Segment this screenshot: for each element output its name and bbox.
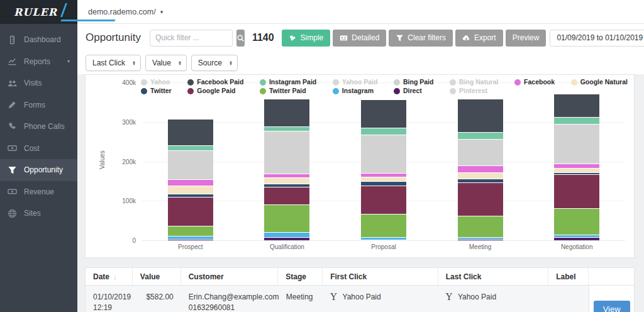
segment-google-paid[interactable] (361, 186, 406, 214)
detailed-button[interactable]: Detailed (333, 30, 386, 47)
bar-prospect[interactable] (168, 119, 213, 240)
bar-proposal[interactable] (361, 99, 406, 240)
legend-item-facebook-paid[interactable]: Facebook Paid (187, 78, 243, 86)
legend-item-bing-natural[interactable]: Bing Natural (450, 78, 498, 86)
sidebar-item-cost[interactable]: Cost (0, 138, 77, 160)
segment-instagram-paid[interactable] (361, 128, 406, 135)
segment-google-paid[interactable] (458, 182, 503, 216)
segment-twitter-paid[interactable] (554, 208, 599, 235)
sidebar-item-dashboard[interactable]: Dashboard (0, 29, 77, 51)
search-button[interactable] (236, 30, 245, 47)
segment-direct[interactable] (264, 237, 309, 240)
segment-twitter-paid[interactable] (458, 216, 503, 238)
sidebar-item-reports[interactable]: Reports▾ (0, 51, 77, 73)
legend-item-twitter-paid[interactable]: Twitter Paid (260, 87, 316, 95)
segment-google-natural[interactable] (168, 186, 213, 194)
sidebar-item-label: Revenue (24, 187, 54, 196)
column-header-stage[interactable]: Stage (278, 268, 323, 285)
segment-google-paid[interactable] (554, 174, 599, 208)
segment-twitter-paid[interactable] (168, 226, 213, 236)
segment-google-natural[interactable] (264, 177, 309, 183)
segment-bing-paid[interactable] (361, 135, 406, 173)
segment-facebook-paid[interactable] (554, 94, 599, 118)
legend-dot (394, 88, 400, 94)
legend-item-direct[interactable]: Direct (394, 87, 433, 95)
segment-direct[interactable] (361, 240, 406, 240)
simple-button[interactable]: Simple (282, 30, 331, 47)
bar-negotiation[interactable] (554, 94, 599, 240)
segment-facebook[interactable] (554, 164, 599, 169)
segment-twitter-paid[interactable] (264, 204, 309, 232)
column-header-first-click[interactable]: First Click (323, 268, 438, 285)
segment-direct[interactable] (458, 239, 503, 240)
filter-select-value[interactable]: Value▲▼ (145, 55, 187, 71)
app-logo[interactable]: RULER (0, 0, 77, 24)
clear-filters-button[interactable]: Clear filters (389, 30, 453, 47)
bar-qualification[interactable] (264, 99, 309, 240)
sidebar-item-revenue[interactable]: Revenue (0, 181, 77, 203)
column-header-last-click[interactable]: Last Click (438, 268, 549, 285)
legend-item-facebook[interactable]: Facebook (514, 78, 555, 86)
domain-selector[interactable]: demo.rademo.com/ ▾ (88, 0, 163, 24)
legend-item-yahoo[interactable]: Yahoo (141, 78, 172, 86)
segment-google-paid[interactable] (168, 197, 213, 226)
column-header-date[interactable]: Date↓ (86, 268, 133, 285)
column-header-value[interactable]: Value (133, 268, 181, 285)
export-button[interactable]: Export (455, 30, 503, 47)
segment-twitter-paid[interactable] (361, 214, 406, 237)
legend-item-twitter[interactable]: Twitter (141, 87, 172, 95)
quick-filter-input[interactable] (150, 30, 233, 47)
segment-facebook-paid[interactable] (458, 99, 503, 132)
legend-item-instagram-paid[interactable]: Instagram Paid (260, 78, 316, 86)
segment-facebook[interactable] (168, 179, 213, 186)
legend-item-instagram[interactable]: Instagram (333, 87, 378, 95)
segment-google-natural[interactable] (361, 177, 406, 181)
segment-facebook-paid[interactable] (264, 99, 309, 126)
sidebar-item-sites[interactable]: Sites (0, 203, 77, 225)
yahoo-icon: Y (446, 292, 452, 303)
sidebar-item-visits[interactable]: Visits (0, 72, 77, 94)
segment-google-natural[interactable] (458, 172, 503, 179)
bars-container (142, 82, 625, 240)
segment-facebook-paid[interactable] (168, 119, 213, 146)
column-header-label[interactable]: Label (548, 268, 589, 285)
segment-instagram-paid[interactable] (554, 117, 599, 124)
bar-meeting[interactable] (458, 99, 503, 240)
legend-item-google-paid[interactable]: Google Paid (187, 87, 243, 95)
segment-bing-paid[interactable] (168, 150, 213, 179)
sidebar-item-opportunity[interactable]: Opportunity (0, 159, 77, 181)
legend-item-pinterest[interactable]: Pinterest (450, 87, 498, 95)
legend-item-yahoo-paid[interactable]: Yahoo Paid (333, 78, 378, 86)
segment-instagram-paid[interactable] (458, 132, 503, 139)
segment-instagram-paid[interactable] (168, 145, 213, 150)
sidebar-item-forms[interactable]: Forms (0, 94, 77, 116)
globe-icon (8, 209, 17, 218)
view-button[interactable]: View (594, 301, 630, 312)
filter-select-last-click[interactable]: Last Click▲▼ (86, 55, 141, 71)
segment-instagram-paid[interactable] (264, 126, 309, 131)
preview-button[interactable]: Preview (506, 30, 547, 47)
column-header-customer[interactable]: Customer (181, 268, 279, 285)
segment-instagram[interactable] (264, 232, 309, 237)
sidebar-item-label: Sites (24, 209, 41, 218)
segment-google-paid[interactable] (264, 187, 309, 204)
segment-bing-paid[interactable] (554, 124, 599, 164)
segment-twitter[interactable] (361, 181, 406, 186)
legend-item-bing-paid[interactable]: Bing Paid (394, 78, 433, 86)
segment-direct[interactable] (554, 237, 599, 240)
sidebar-item-label: Visits (24, 79, 42, 87)
segment-google-natural[interactable] (554, 168, 599, 172)
date-range-picker[interactable]: 01/09/2019 to 01/10/2019 ▾ (550, 30, 644, 47)
segment-bing-paid[interactable] (264, 131, 309, 174)
legend-dot (187, 88, 194, 94)
sidebar-item-label: Dashboard (24, 35, 61, 44)
segment-facebook-paid[interactable] (361, 99, 406, 128)
table-row: 01/10/201912:19$582.00Erin.Chang@example… (86, 286, 634, 312)
sidebar-item-phone-calls[interactable]: Phone Calls (0, 116, 77, 138)
search-icon (236, 34, 245, 42)
legend-item-google-natural[interactable]: Google Natural (571, 78, 628, 86)
segment-bing-paid[interactable] (458, 139, 503, 166)
filter-select-source[interactable]: Source▲▼ (191, 55, 238, 71)
segment-direct[interactable] (168, 239, 213, 240)
segment-facebook[interactable] (458, 165, 503, 172)
